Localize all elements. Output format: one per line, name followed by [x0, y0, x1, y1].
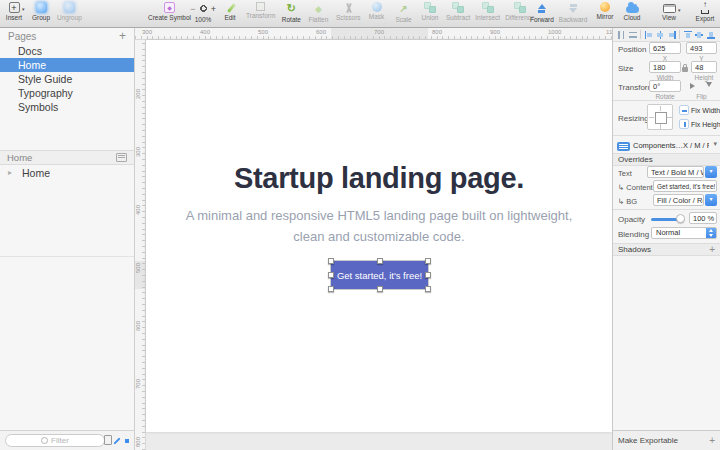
chevron-down-icon[interactable]: ▾	[713, 140, 717, 148]
list-view-icon[interactable]	[116, 153, 127, 162]
opacity-slider-knob[interactable]	[676, 214, 685, 223]
disclosure-triangle-icon[interactable]: ▸	[8, 166, 12, 180]
divider	[613, 100, 720, 101]
toolbar-forward-button[interactable]: Forward	[530, 2, 554, 23]
sidebar-page-style-guide[interactable]: Style Guide	[0, 72, 134, 86]
pages-list: DocsHomeStyle GuideTypographySymbols	[0, 44, 134, 114]
scissors-icon	[343, 2, 353, 13]
toolbar-subtract-button[interactable]: Subtract	[446, 2, 470, 21]
bg-override-dropdown-button[interactable]: ▾	[705, 194, 717, 206]
selection-handle-e[interactable]	[425, 272, 431, 278]
rotate-caption: Rotate	[649, 93, 681, 100]
headline-text-layer[interactable]: Startup landing page.	[146, 162, 612, 195]
toolbar-export-button[interactable]: Export	[694, 2, 716, 22]
align-bottom-icon[interactable]	[707, 31, 715, 39]
symbol-selector[interactable]: Components…X / M / Primary	[633, 141, 709, 150]
toolbar-group-button[interactable]: Group	[30, 2, 52, 21]
sidebar-page-typography[interactable]: Typography	[0, 86, 134, 100]
toolbar-item-label: View	[662, 14, 676, 21]
ruler-label: 900	[490, 29, 500, 35]
align-top-icon[interactable]	[684, 31, 692, 39]
subtitle-text-layer[interactable]: A minimal and responsive HTML5 landing p…	[146, 205, 612, 247]
separator	[679, 30, 680, 39]
pencil-icon[interactable]	[113, 437, 120, 444]
fix-height-icon[interactable]	[679, 119, 689, 129]
distribute-horizontal-icon[interactable]	[617, 31, 625, 39]
position-label: Position	[618, 45, 646, 54]
make-exportable-add-button[interactable]: +	[709, 435, 715, 446]
selection-handle-n[interactable]	[377, 258, 383, 264]
text-override-dropdown-button[interactable]: ▾	[705, 166, 717, 178]
fix-width-icon[interactable]	[679, 105, 689, 115]
page-icon[interactable]	[104, 435, 112, 445]
align-right-icon[interactable]	[668, 31, 676, 39]
fix-height-row[interactable]: Fix Height	[679, 119, 720, 129]
selection-handle-s[interactable]	[377, 286, 383, 292]
toolbar-view-button[interactable]: View	[658, 2, 680, 21]
toolbar-flatten-button[interactable]: ◆Flatten	[307, 2, 329, 23]
position-x-field[interactable]: 625	[649, 42, 681, 54]
rotate-field[interactable]: 0°	[649, 80, 681, 92]
toolbar-union-button[interactable]: Union	[419, 2, 441, 21]
blending-dropdown[interactable]: Normal	[651, 227, 717, 239]
sidebar-page-home[interactable]: Home	[0, 58, 134, 72]
align-middle-vertical-icon[interactable]	[695, 31, 703, 39]
toolbar-scissors-button[interactable]: Scissors	[336, 2, 361, 23]
blending-value: Normal	[656, 228, 680, 237]
selection-handle-w[interactable]	[328, 272, 334, 278]
sidebar-page-docs[interactable]: Docs	[0, 44, 134, 58]
toolbar-create-symbol-button[interactable]: Create Symbol	[148, 2, 191, 21]
content-override-field[interactable]: Get started, it's free!	[653, 180, 717, 192]
toolbar-scale-button[interactable]: ↗Scale	[393, 2, 415, 23]
bg-override-field[interactable]: Fill / Color / Round…	[653, 194, 704, 206]
mask-icon	[372, 2, 382, 12]
align-center-horizontal-icon[interactable]	[656, 31, 664, 39]
toolbar-group: MirrorCloud	[594, 2, 643, 21]
artboard-home[interactable]: Startup landing page. A minimal and resp…	[146, 40, 612, 432]
filter-input[interactable]: Filter	[5, 434, 105, 447]
toolbar-edit-button[interactable]: Edit	[219, 2, 241, 23]
fix-width-row[interactable]: Fix Width	[679, 105, 720, 115]
toolbar-insert-button[interactable]: Insert	[3, 2, 25, 21]
toolbar-transform-button[interactable]: Transform	[246, 2, 275, 23]
text-override-field[interactable]: Text / Bold M / Whi…	[647, 166, 704, 178]
cta-button-layer[interactable]: Get started, it's free!	[331, 261, 428, 289]
selection-handle-se[interactable]	[425, 286, 431, 292]
selection-handle-ne[interactable]	[425, 258, 431, 264]
add-shadow-button[interactable]: +	[709, 243, 715, 256]
stepper-icon[interactable]	[706, 227, 717, 239]
resizing-diagram[interactable]	[647, 104, 673, 130]
align-left-icon[interactable]	[645, 31, 653, 39]
selection-handle-sw[interactable]	[328, 286, 334, 292]
fix-width-label: Fix Width	[691, 107, 720, 114]
vertical-ruler: 200300400500600700800	[135, 40, 146, 450]
layer-item-home[interactable]: ▸ Home	[0, 166, 134, 180]
ruler-label: 200	[135, 85, 141, 103]
toolbar-100%-button[interactable]: 100%	[190, 2, 216, 23]
toolbar-mask-button[interactable]: Mask	[366, 2, 388, 23]
flip-horizontal-icon[interactable]	[690, 83, 698, 89]
toolbar-mirror-button[interactable]: Mirror	[594, 2, 616, 21]
width-field[interactable]: 180	[649, 61, 681, 73]
distribute-vertical-icon[interactable]	[629, 31, 637, 39]
get-started-button[interactable]: Get started, it's free!	[331, 261, 428, 289]
square-icon[interactable]	[125, 439, 129, 443]
toolbar-item-label: Edit	[224, 14, 235, 21]
toolbar-ungroup-button[interactable]: Ungroup	[57, 2, 82, 21]
toolbar-cloud-button[interactable]: Cloud	[621, 2, 643, 21]
sidebar-page-symbols[interactable]: Symbols	[0, 100, 134, 114]
toolbar-backward-button[interactable]: Backward	[559, 2, 588, 23]
opacity-value-field[interactable]: 100 %	[689, 212, 717, 224]
selection-handle-nw[interactable]	[328, 258, 334, 264]
toolbar-group: ForwardBackward	[530, 2, 587, 23]
add-page-button[interactable]: +	[119, 31, 126, 41]
flip-vertical-icon[interactable]	[706, 82, 712, 90]
canvas[interactable]: 30040050060070080090010001100 2003004005…	[135, 28, 612, 450]
zoom-icon	[190, 2, 216, 15]
overrides-header-label: Overrides	[618, 153, 653, 166]
lock-icon[interactable]	[682, 67, 688, 72]
position-y-field[interactable]: 493	[686, 42, 717, 54]
height-field[interactable]: 48	[691, 61, 717, 73]
toolbar-rotate-button[interactable]: ↻Rotate	[280, 2, 302, 23]
toolbar-intersect-button[interactable]: Intersect	[475, 2, 500, 21]
